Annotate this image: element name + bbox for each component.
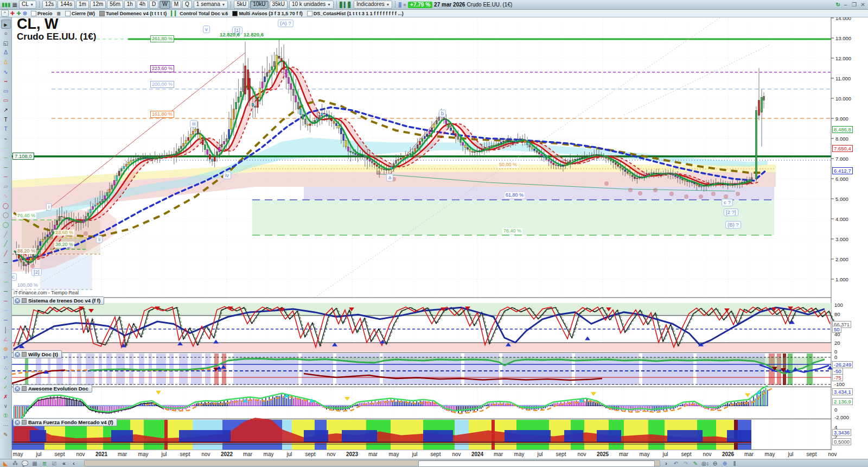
chart-scrollbar[interactable] — [84, 460, 660, 466]
share-icon[interactable]: ⁂ — [11, 460, 19, 467]
zoom-out-icon[interactable]: ⊖ — [711, 460, 719, 467]
legend-item[interactable]: ≣ — [56, 11, 61, 16]
layout-grid-icon[interactable]: ▦ — [12, 2, 17, 8]
chart-canvas[interactable] — [0, 0, 868, 467]
timeframe-button-w[interactable]: W — [159, 1, 170, 9]
hline-l4-icon[interactable]: ─ — [1, 172, 11, 182]
legend-item[interactable]: ▎▎Control Total Doc v.6 — [171, 11, 228, 16]
unit-button-10ku[interactable]: 10kU — [250, 1, 268, 9]
units-dropdown[interactable]: 10 k unidades ▼ — [289, 1, 334, 9]
pattern-icon[interactable]: ∿ — [1, 191, 11, 201]
more-icon[interactable]: ⋯ — [1, 421, 11, 431]
line-red-icon[interactable]: ╱ — [1, 249, 11, 258]
legend-item[interactable]: Cierre (W) — [65, 11, 95, 16]
symbol-selector[interactable]: CL ▼ — [19, 1, 36, 9]
ellipse-brown-icon[interactable]: ◯ — [1, 210, 11, 220]
unit-button-5ku[interactable]: 5kU — [234, 1, 249, 9]
timeframe-button-m[interactable]: M — [171, 1, 181, 9]
legend-item[interactable]: DS_CotasHist (1 t t t 3 1 1 f f f f f f … — [307, 11, 404, 16]
panel-tab-willy-doc[interactable]: ✕ Willy Doc (t) — [13, 350, 62, 358]
alarm-add-icon[interactable]: Δ — [1, 48, 11, 58]
link-icon[interactable]: ⌁ — [1, 134, 11, 144]
hline-l3-icon[interactable]: ─ — [1, 163, 11, 173]
arrow-icon[interactable]: ↗ — [1, 105, 11, 115]
minimize-button[interactable]: – — [842, 2, 849, 8]
add-green-icon[interactable]: ✚ — [16, 10, 21, 17]
line-green-icon[interactable]: ╱ — [1, 239, 11, 249]
target-icon[interactable]: ⊕ — [1, 344, 11, 354]
timeframe-button-1m[interactable]: 1m — [76, 1, 89, 9]
columns-icon[interactable]: ⫼ — [731, 460, 738, 467]
timeframe-button-d[interactable]: D — [149, 1, 158, 9]
close-blue-icon[interactable]: ⊗ — [23, 10, 27, 17]
hline-pink-icon[interactable]: ─ — [1, 268, 11, 277]
ellipse-red-icon[interactable]: ◯ — [1, 201, 11, 211]
scroll-right-button[interactable]: › — [662, 460, 670, 467]
timeframe-button-4h[interactable]: 4h — [137, 1, 148, 9]
chat-icon[interactable]: 💬 — [21, 460, 29, 467]
timeframe-button-12s[interactable]: 12s — [42, 1, 56, 9]
close-icon[interactable]: ✕ — [15, 298, 20, 304]
hline-l2-icon[interactable]: ─ — [1, 153, 11, 163]
legend-item[interactable]: Tunel Domenec v4 (t t t t t) — [99, 11, 167, 16]
hline-blue-icon[interactable]: ─ — [1, 315, 11, 325]
scrollbar-thumb[interactable] — [418, 460, 655, 467]
restore-button[interactable]: ❐ — [851, 2, 858, 8]
zoom-fit-icon[interactable]: ◎↕ — [701, 460, 709, 467]
zoom-area-icon[interactable]: ◱ — [1, 39, 11, 48]
angle-icon[interactable]: ∠ — [1, 335, 11, 344]
close-icon[interactable]: ✕ — [15, 420, 20, 425]
badge1-icon[interactable]: ① — [1, 411, 11, 421]
period-dropdown[interactable]: 1 semana ▼ — [194, 1, 228, 9]
unit-button-35ku[interactable]: 35kU — [270, 1, 288, 9]
hline-green-icon[interactable]: ─ — [1, 277, 11, 287]
hline-lblue-icon[interactable]: ─ — [1, 306, 11, 315]
ruler-icon[interactable]: ▱ — [1, 182, 11, 192]
pause-button[interactable]: || — [398, 2, 401, 8]
add-red-icon[interactable]: ✚ — [10, 10, 15, 17]
legend-item[interactable]: Precio — [31, 11, 53, 16]
list-icon[interactable]: ≣ — [41, 460, 48, 467]
timeframe-button-56m[interactable]: 56m — [107, 1, 123, 9]
alarm-icon[interactable]: Δ — [1, 58, 11, 67]
scroll-start-button[interactable]: « — [60, 460, 68, 467]
collapse-legend-button[interactable]: ^ — [1, 10, 9, 17]
segment-icon[interactable]: ╍ — [1, 77, 11, 86]
zoom-icon[interactable]: ○ — [1, 29, 11, 39]
chevron-down-icon[interactable]: ∨ — [1, 401, 11, 411]
fibo-icon[interactable]: ³⁺ — [1, 354, 11, 363]
calendar-icon[interactable]: ▦ — [31, 460, 39, 467]
check-icon[interactable]: ✓ — [1, 373, 11, 383]
timeframe-button-12m[interactable]: 12m — [90, 1, 106, 9]
close-icon[interactable]: ✕ — [15, 386, 20, 392]
timeframe-button-q[interactable]: Q — [182, 1, 192, 9]
zoom-in-icon[interactable]: ⊕ — [721, 460, 729, 467]
timeframe-button-1h[interactable]: 1h — [124, 1, 136, 9]
close-icon[interactable]: ✕ — [15, 352, 20, 357]
legend-item[interactable]: Multi Avisos (3 f 3 1,5 70 f f) — [232, 11, 302, 16]
hline-l1-icon[interactable]: ─ — [1, 143, 11, 153]
close-button[interactable]: ✕ — [859, 2, 866, 8]
hline-black-icon[interactable]: ─ — [1, 258, 11, 268]
panel-tab-awesome-evolution[interactable]: ✕ Awesome Evolution Doc — [13, 384, 92, 393]
scatter-icon[interactable]: ∴ — [1, 363, 11, 373]
rect-red-icon[interactable]: ▭ — [1, 96, 11, 105]
redo-button[interactable]: ↷ — [682, 460, 690, 467]
text-icon[interactable]: T — [1, 115, 11, 125]
close-red-icon[interactable]: ✗ — [1, 392, 11, 402]
polyline-icon[interactable]: ∿ — [1, 67, 11, 77]
ellipse-green-icon[interactable]: ◯ — [1, 220, 11, 230]
indicators-button[interactable]: Indicadores ▼ — [354, 1, 392, 9]
chart-type-icon[interactable]: ▋▍▋ — [340, 2, 352, 8]
draw-icon[interactable]: ✎ — [1, 430, 11, 440]
hline-red2-icon[interactable]: ─ — [1, 296, 11, 306]
vline-icon[interactable]: │ — [1, 325, 11, 335]
rect-blue-icon[interactable]: ▭ — [1, 86, 11, 96]
like-icon[interactable]: ✓ — [1, 382, 11, 392]
edit-chart-icon[interactable]: ✎ — [692, 460, 699, 467]
callout-icon[interactable]: T — [1, 124, 11, 134]
refresh-icon[interactable]: ↻ — [836, 2, 840, 8]
panel-tab-barra-fuerza[interactable]: ✕ Barra Fuerza Fondo Mercado v4 (f) — [13, 418, 117, 426]
line-gray-icon[interactable]: ╱ — [1, 230, 11, 239]
timeframe-button-144s[interactable]: 144s — [58, 1, 75, 9]
